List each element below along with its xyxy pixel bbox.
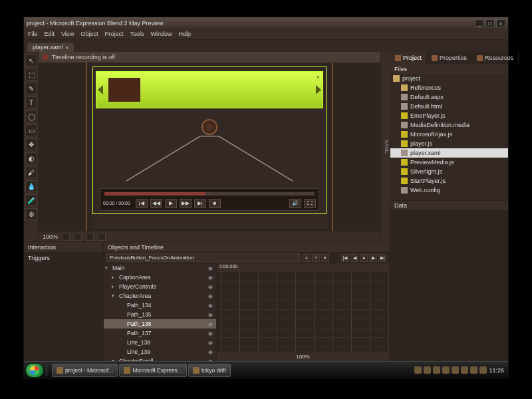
visibility-toggle-icon[interactable]: ◉ <box>208 275 215 281</box>
file-item[interactable]: Web.config <box>390 186 508 195</box>
tree-item[interactable]: Line_138◉ <box>104 338 216 347</box>
document-tab-close-icon[interactable]: × <box>66 45 69 51</box>
window-close-button[interactable]: × <box>496 19 505 27</box>
tray-icon[interactable] <box>461 366 468 374</box>
tray-icon[interactable] <box>442 366 450 374</box>
object-tree[interactable]: ▾Main◉ ▸CaptionArea◉▸PlayerControls◉▾Cha… <box>104 263 217 361</box>
document-tab-player[interactable]: player.xaml × <box>27 42 74 52</box>
timeline-transport-button[interactable]: ● <box>360 254 368 262</box>
tool-0[interactable]: ↖ <box>25 55 37 66</box>
file-item[interactable]: player.js <box>390 139 508 148</box>
tree-item[interactable]: Path_134◉ <box>104 301 216 310</box>
visibility-toggle-icon[interactable]: ◉ <box>208 331 215 336</box>
timeline-transport-button[interactable]: |◀ <box>341 254 349 262</box>
tool-6[interactable]: ✥ <box>25 138 37 150</box>
tree-item[interactable]: Path_135◉ <box>104 310 216 319</box>
visibility-toggle-icon[interactable]: ◉ <box>208 293 215 299</box>
window-maximize-button[interactable]: □ <box>485 19 495 27</box>
zoom-icon[interactable] <box>98 233 106 241</box>
tree-item[interactable]: Line_139◉ <box>104 347 216 356</box>
menu-window[interactable]: Window <box>150 31 172 38</box>
tool-1[interactable]: ⬚ <box>25 68 37 80</box>
tool-7[interactable]: ◐ <box>25 152 37 164</box>
visibility-toggle-icon[interactable]: ◉ <box>208 340 215 346</box>
tool-5[interactable]: ▭ <box>25 124 37 136</box>
recording-status-bar: Timeline recording is off <box>39 52 380 63</box>
timeline-ruler[interactable]: 0:00.000 <box>217 263 389 273</box>
timeline-transport-button[interactable]: ▶| <box>378 254 386 262</box>
tray-icon[interactable] <box>433 366 440 374</box>
tool-2[interactable]: ✎ <box>25 82 37 94</box>
menu-tools[interactable]: Tools <box>130 31 144 38</box>
taskbar-item[interactable]: project - Microsof... <box>52 364 118 377</box>
file-item[interactable]: project <box>390 74 508 83</box>
timeline-zoom[interactable]: 100% <box>217 352 389 361</box>
tree-item[interactable]: ▾ChapterArea◉ <box>104 291 216 301</box>
tree-item-label: Path_137 <box>127 330 151 336</box>
tree-item[interactable]: ▸CaptionArea◉ <box>104 273 216 282</box>
tool-4[interactable]: ◯ <box>25 110 37 122</box>
tool-11[interactable]: ⚙ <box>25 208 37 220</box>
right-tab-resources[interactable]: Resources <box>472 52 519 64</box>
taskbar-item[interactable]: Microsoft Express... <box>119 364 187 377</box>
tree-item[interactable]: ▾ChapterScroll◉ <box>104 356 216 361</box>
anim-control-button[interactable]: ▾ <box>321 254 329 262</box>
tool-10[interactable]: 🧪 <box>25 194 37 206</box>
tray-icon[interactable] <box>424 366 431 374</box>
tray-icon[interactable] <box>414 366 422 374</box>
tool-3[interactable]: T <box>25 96 37 108</box>
interaction-panel-title: Interaction <box>28 244 56 251</box>
tree-item[interactable]: ▸PlayerControls◉ <box>104 282 216 291</box>
file-item[interactable]: PreviewMedia.js <box>390 158 508 167</box>
tree-item[interactable]: Path_137◉ <box>104 329 216 338</box>
menu-view[interactable]: View <box>61 31 74 38</box>
start-button[interactable] <box>25 363 44 378</box>
zoom-icon[interactable] <box>74 233 82 241</box>
animation-name-combo[interactable]: PreviousButton_FocusOnAnimation <box>106 253 300 262</box>
right-tab-properties[interactable]: Properties <box>427 52 472 64</box>
menu-edit[interactable]: Edit <box>45 31 55 38</box>
anim-control-button[interactable]: + <box>312 254 320 262</box>
visibility-toggle-icon[interactable]: ◉ <box>208 312 215 318</box>
file-item[interactable]: Default.aspx <box>390 92 508 102</box>
file-item[interactable]: Default.html <box>390 102 508 111</box>
canvas-zoom-percent[interactable]: 100% <box>43 233 58 240</box>
file-item[interactable]: MediaDefinition.media <box>390 120 508 130</box>
menu-project[interactable]: Project <box>104 31 123 38</box>
file-item[interactable]: References <box>390 83 508 92</box>
xaml-collapsed-tab[interactable]: XAML <box>380 52 390 241</box>
project-files-tree[interactable]: projectReferencesDefault.aspxDefault.htm… <box>390 74 508 200</box>
visibility-toggle-icon[interactable]: ◉ <box>208 349 215 355</box>
visibility-toggle-icon[interactable]: ◉ <box>208 321 215 327</box>
file-item[interactable]: StartPlayer.js <box>390 176 508 186</box>
right-tab-project[interactable]: Project <box>390 52 427 64</box>
zoom-icon[interactable] <box>62 233 70 241</box>
file-icon <box>401 103 408 110</box>
file-item[interactable]: EmePlayer.js <box>390 111 508 120</box>
timeline-transport-button[interactable]: ▶ <box>369 254 377 262</box>
design-canvas[interactable]: × 00:00 / 00:00 |◀ <box>39 63 380 231</box>
file-item[interactable]: player.xaml <box>390 148 508 158</box>
file-item[interactable]: Silverlight.js <box>390 167 508 176</box>
window-minimize-button[interactable]: _ <box>475 19 484 27</box>
file-item[interactable]: MicrosoftAjax.js <box>390 130 508 139</box>
tray-icon[interactable] <box>479 366 487 374</box>
tray-icon[interactable] <box>470 366 477 374</box>
tool-9[interactable]: 💧 <box>25 180 37 192</box>
tool-8[interactable]: 🖌 <box>25 166 37 178</box>
tree-root[interactable]: ▾Main◉ <box>104 263 216 273</box>
visibility-toggle-icon[interactable]: ◉ <box>208 303 215 309</box>
taskbar-item[interactable]: tokyo drift <box>188 364 231 377</box>
timeline-transport-button[interactable]: ◀ <box>350 254 358 262</box>
taskbar-clock[interactable]: 11:26 <box>489 367 504 374</box>
visibility-toggle-icon[interactable]: ◉ <box>208 284 215 290</box>
menu-file[interactable]: File <box>28 31 38 38</box>
tree-item[interactable]: Path_136◉ <box>104 319 216 329</box>
tray-icon[interactable] <box>452 366 459 374</box>
anim-control-button[interactable]: × <box>303 254 311 262</box>
timeline-grid[interactable]: 0:00.000 100% <box>217 263 389 361</box>
artboard[interactable]: × 00:00 / 00:00 |◀ <box>90 64 329 230</box>
menu-help[interactable]: Help <box>178 31 191 38</box>
menu-object[interactable]: Object <box>80 31 98 38</box>
zoom-icon[interactable] <box>86 233 94 241</box>
